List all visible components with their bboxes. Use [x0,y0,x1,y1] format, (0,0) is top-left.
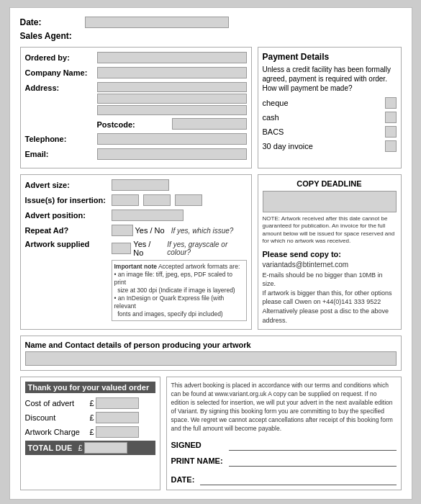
payment-cheque-label: cheque [263,99,289,107]
address-label: Address: [25,82,97,92]
total-due-input[interactable] [84,442,127,454]
issue-input-2[interactable] [143,194,171,206]
copy-deadline-title: COPY DEADLINE [263,179,397,188]
company-name-label: Company Name: [25,67,97,77]
copy-deadline-date-box[interactable] [263,191,397,212]
company-name-input[interactable] [97,67,247,78]
payment-30day-label: 30 day invoice [263,142,313,150]
advert-position-label: Advert position: [25,211,112,220]
terms-text: This advert booking is placed in accorda… [171,382,397,433]
date-label: Date: [20,17,85,27]
payment-cash-checkbox[interactable] [385,112,397,123]
order-title: Thank you for your valued order [25,382,155,393]
artwork-charge-input[interactable] [96,426,139,438]
copy-deadline-note: NOTE: Artwork received after this date c… [263,215,397,246]
advert-size-input[interactable] [112,179,169,191]
issue-input-1[interactable] [112,194,139,206]
total-due-label: TOTAL DUE [28,444,78,452]
send-copy-info: E-mails should be no bigger than 10MB in… [263,271,397,325]
artwork-supplied-label: Artwork supplied [25,240,112,248]
ordered-by-input[interactable] [97,52,247,63]
artwork-note: If yes, grayscale or colour? [167,240,246,256]
repeat-yes-no-label: Yes / No [135,226,165,235]
date-input[interactable] [85,17,229,28]
payment-bacs-checkbox[interactable] [385,126,397,138]
payment-cash-label: cash [263,113,279,122]
advert-position-input[interactable] [112,210,184,221]
cost-of-advert-input[interactable] [96,397,139,409]
send-copy-title: Please send copy to: [263,250,397,258]
address-line3-input[interactable] [97,105,247,115]
repeat-if-which: If yes, which issue? [171,227,234,235]
date-signed-label: DATE: [171,475,200,484]
payment-cheque-checkbox[interactable] [385,97,397,109]
date-signed-line [200,474,397,485]
name-contact-input[interactable] [25,351,397,366]
email-input[interactable] [97,148,247,160]
telephone-label: Telephone: [25,133,97,143]
signed-label: SIGNED [171,441,229,449]
payment-bacs-label: BACS [263,127,284,136]
repeat-ad-label: Repeat Ad? [25,226,112,235]
sales-agent-label: Sales Agent: [20,31,72,41]
total-pound-symbol: £ [78,444,83,452]
payment-title: Payment Details [263,52,397,62]
artwork-yes-no-box[interactable] [112,243,132,254]
issue-input-3[interactable] [175,194,202,206]
email-label: Email: [25,148,97,158]
artwork-pound-symbol: £ [90,428,94,436]
discount-label: Discount [25,413,90,422]
signature-line [229,439,397,451]
address-line2-input[interactable] [97,94,247,104]
discount-input[interactable] [96,412,139,423]
cost-of-advert-label: Cost of advert [25,399,90,408]
print-name-line [229,455,397,467]
payment-30day-checkbox[interactable] [385,140,397,152]
artwork-yes-no-label: Yes / No [133,240,160,257]
artwork-charge-label: Artwork Charge [25,428,90,436]
send-copy-email: variantads@btinternet.com [263,261,397,269]
name-contact-label: Name and Contact details of person produ… [25,341,397,349]
ordered-by-label: Ordered by: [25,52,97,62]
discount-pound-symbol: £ [90,413,94,422]
repeat-yes-no-box[interactable] [112,225,133,236]
postcode-label: Postcode: [97,119,169,129]
cost-pound-symbol: £ [90,399,94,408]
telephone-input[interactable] [97,133,247,145]
important-note: Important note Accepted artwork formats … [112,260,247,321]
advert-size-label: Advert size: [25,181,112,189]
issues-label: Issue(s) for insertion: [25,196,112,204]
print-name-label: PRINT NAME: [171,456,229,465]
payment-description: Unless a credit facility has been formal… [263,65,397,93]
postcode-input[interactable] [172,118,247,130]
address-line1-input[interactable] [97,82,247,92]
